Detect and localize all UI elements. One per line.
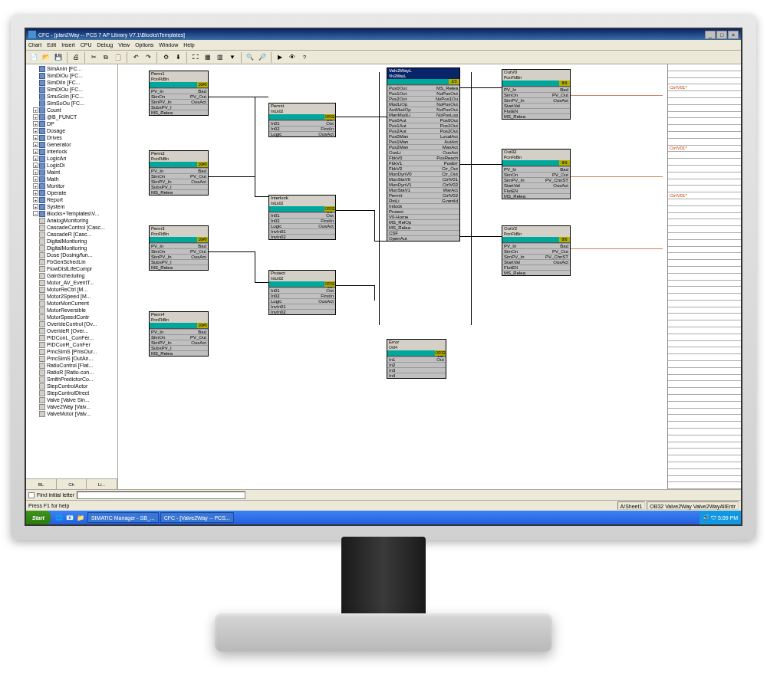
tree-item[interactable]: +@B_FUNCT [27, 113, 117, 120]
sheet-margin-row[interactable] [668, 368, 741, 375]
sheet-margin-row[interactable] [668, 240, 741, 247]
block-pin[interactable]: Pos1Out [423, 123, 459, 128]
tree-item[interactable]: +Generator [27, 141, 117, 148]
sheet-margin-row[interactable] [668, 78, 741, 85]
block-pin[interactable]: OpenAut [387, 236, 423, 241]
block-pin[interactable]: StartVal [502, 183, 536, 188]
cfc-block[interactable]: OutV0 PcmFbBin 8/6 PV_InBadSimOnPV_OutSi… [502, 69, 571, 120]
taskbar-item[interactable]: SIMATIC Manager - SB_... [87, 512, 159, 523]
sheet-margin-row[interactable]: CtrIV01* [668, 146, 741, 153]
sheet-margin-row[interactable] [668, 125, 741, 132]
block-pin[interactable]: OosAct [423, 150, 459, 155]
block-pin[interactable]: MonDynV1 [387, 182, 423, 187]
sheet-margin-row[interactable] [668, 112, 741, 119]
block-pin[interactable]: PosReach [423, 156, 459, 160]
sheet-margin-row[interactable] [668, 294, 741, 301]
block-pin[interactable]: Bad [179, 244, 208, 248]
download-icon[interactable]: ⬇ [173, 52, 183, 63]
quick-launch-icon[interactable]: 📁 [77, 514, 84, 521]
block-pin[interactable]: GvantId [423, 199, 459, 203]
block-pin[interactable]: Pos1Man [387, 140, 423, 144]
block-pin[interactable]: Bad [536, 167, 570, 172]
expand-icon[interactable]: + [33, 163, 38, 168]
quick-launch-icon[interactable]: 📧 [66, 514, 74, 521]
copy-icon[interactable]: ⧉ [100, 52, 111, 63]
block-pin[interactable]: PV_In [150, 244, 179, 248]
block-pin[interactable]: CtrIV02 [423, 193, 459, 198]
block-pin[interactable] [423, 215, 459, 219]
minimize-button[interactable]: _ [705, 31, 716, 39]
tree-item[interactable]: CascadeR [Casc... [27, 231, 117, 238]
expand-icon[interactable]: + [33, 142, 38, 147]
block-pin[interactable]: In3 [387, 368, 416, 373]
sheet-margin-row[interactable] [668, 482, 741, 489]
tree-item[interactable]: +Dosage [27, 127, 117, 134]
block-pin[interactable]: PV_Out [179, 335, 208, 340]
block-pin[interactable]: Bad [536, 244, 570, 248]
zoom-out-icon[interactable]: 🔎 [257, 52, 268, 63]
block-pin[interactable]: Pos0Man [387, 134, 423, 139]
block-pin[interactable]: Pos1Out [387, 91, 423, 96]
block-pin[interactable] [416, 373, 446, 378]
block-pin[interactable]: SimOn [150, 249, 179, 254]
menu-help[interactable]: Help [183, 42, 194, 48]
menu-bar[interactable]: Chart Edit Insert CPU Debug View Options… [26, 40, 741, 51]
block-pin[interactable]: Protect [387, 209, 423, 214]
block-pin[interactable]: OosAct [179, 100, 208, 104]
block-pin[interactable]: In1 [387, 357, 416, 362]
cfc-block[interactable]: Perm4 PcmFbBin 16#0 PV_InBadSimOnPV_OutS… [149, 311, 209, 357]
block-pin[interactable]: PV_ChnST [536, 178, 570, 182]
sheet-margin-row[interactable] [668, 213, 741, 220]
save-icon[interactable]: 💾 [53, 52, 64, 63]
block-pin[interactable]: PosErr [423, 161, 459, 166]
tree-item[interactable]: PmcSimS [OutAn... [27, 355, 117, 362]
block-header[interactable]: OutV0 PcmFbBin 8/6 [502, 70, 570, 87]
taskbar-item[interactable]: CFC - [Valve2Way -- PCS... [160, 512, 234, 523]
block-pin[interactable]: SimOn [502, 249, 536, 254]
block-pin[interactable]: OosAct [179, 340, 208, 345]
tree-item[interactable]: StepControlDirect [27, 389, 117, 396]
block-header[interactable]: Perm1 PcmFbBin 16#0 [150, 71, 208, 88]
block-header[interactable]: Perm3 PcmFbBin 16#0 [150, 226, 208, 243]
sheet-margin-row[interactable] [668, 429, 741, 435]
block-pin[interactable]: Pos2Aut [387, 129, 423, 133]
sheet-margin-row[interactable] [668, 166, 741, 173]
tree-item[interactable]: Motor_AV_EventT... [27, 279, 117, 286]
block-pin[interactable]: FirstIn [302, 219, 335, 223]
collapse-icon[interactable]: − [33, 211, 38, 216]
block-pin[interactable]: Pos1Aut [387, 123, 423, 128]
block-pin[interactable]: StartVal [502, 104, 536, 108]
sheet-margin-row[interactable] [668, 287, 741, 294]
cfc-block[interactable]: Valv2WayL Vlv2WayL 2/3 Pos0OutMS_ReleaPo… [387, 67, 460, 242]
tree-item[interactable]: Valve [Valve Sin... [27, 396, 117, 403]
tree-item[interactable]: MotorSpeedContr [27, 314, 117, 320]
tree-item[interactable]: PmcSimS [PmsOur... [27, 348, 117, 355]
sheet-margin-row[interactable]: CtrIV01* [668, 84, 741, 91]
system-tray[interactable]: 🔊 🛡 5:09 PM [700, 511, 741, 524]
block-pin[interactable] [179, 265, 208, 270]
block-pin[interactable]: SimOn [150, 94, 179, 99]
menu-window[interactable]: Window [159, 42, 178, 48]
block-pin[interactable]: OosAct [536, 183, 570, 188]
block-header[interactable]: OutV2 PcmFbBin 8/6 [502, 226, 570, 243]
sheet-margin-row[interactable] [668, 226, 741, 233]
fit-icon[interactable]: ⛶ [190, 52, 201, 63]
block-pin[interactable]: MS_Relea [423, 86, 459, 90]
expand-icon[interactable]: + [33, 197, 38, 202]
block-pin[interactable]: SubsPV_I [150, 346, 179, 350]
menu-insert[interactable]: Insert [61, 42, 75, 48]
block-pin[interactable]: MonDynV0 [387, 172, 423, 176]
sheet-margin-row[interactable] [668, 199, 741, 206]
help-icon[interactable]: ? [299, 52, 310, 63]
block-pin[interactable]: ManModLi [387, 113, 423, 117]
block-pin[interactable]: LocalAct [423, 134, 459, 139]
find-checkbox[interactable] [28, 492, 35, 498]
block-pin[interactable]: Permit [387, 193, 423, 198]
cfc-block[interactable]: Error Or04 OR32 5/5 In1OutIn2In3In4 [387, 339, 446, 379]
block-header[interactable]: Perm4 PcmFbBin 16#0 [150, 312, 208, 329]
block-pin[interactable]: PV_Out [536, 249, 570, 254]
tree-item[interactable]: FlowDistLifeCompr [27, 265, 117, 272]
expand-icon[interactable]: + [33, 169, 38, 175]
block-pin[interactable]: ModLiOp [387, 102, 423, 107]
tree-item[interactable]: +Report [27, 196, 117, 203]
